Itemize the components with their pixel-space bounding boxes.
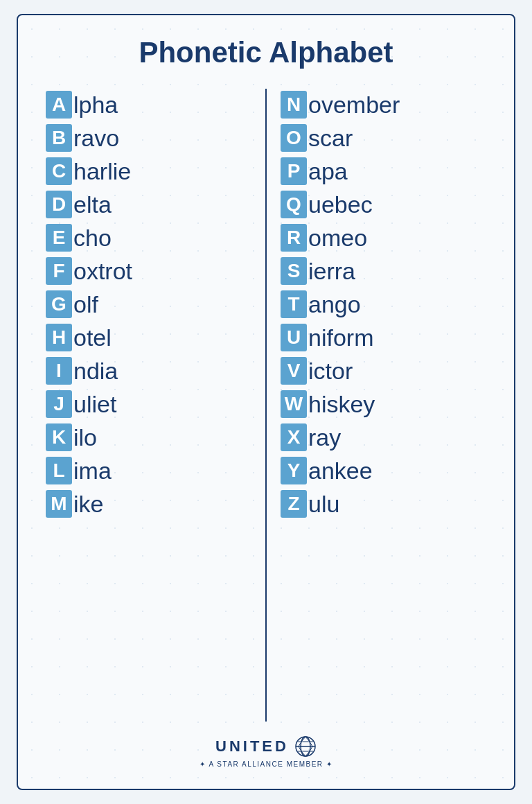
page-title: Phonetic Alphabet [139,36,393,69]
letter-badge: K [46,423,72,451]
word-rest: ictor [308,358,353,385]
word-rest: ulu [308,491,339,518]
list-item: Yankee [281,455,486,487]
letter-badge: T [281,290,307,318]
list-item: Echo [46,222,251,254]
word-rest: elta [73,191,112,218]
letter-badge: R [281,224,307,252]
letter-badge: Y [281,457,307,484]
word-rest: ilo [73,424,97,451]
word-rest: uliet [73,391,116,418]
letter-badge: N [281,91,307,119]
left-column: AlphaBravoCharlieDeltaEchoFoxtrotGolfHot… [46,89,251,722]
word-rest: ima [73,457,112,484]
letter-badge: Q [281,191,307,218]
word-rest: apa [308,158,348,185]
footer: UNITED ✦ A STAR ALLIANCE MEMBER ✦ [200,735,332,768]
list-item: Whiskey [281,388,486,420]
word-rest: otel [73,324,112,351]
letter-badge: G [46,290,72,318]
letter-badge: P [281,157,307,185]
word-rest: ray [308,424,341,451]
letter-badge: C [46,157,72,185]
word-rest: scar [308,125,353,152]
word-rest: niform [308,324,373,351]
letter-badge: E [46,224,72,252]
list-item: Lima [46,455,251,487]
list-item: Victor [281,355,486,387]
list-item: Zulu [281,488,486,520]
letter-badge: D [46,191,72,218]
list-item: Mike [46,488,251,520]
word-rest: ango [308,291,361,318]
letter-badge: O [281,124,307,152]
word-rest: oxtrot [73,258,132,285]
word-rest: lpha [73,91,118,119]
list-item: November [281,89,486,121]
list-item: Kilo [46,421,251,453]
letter-badge: H [46,324,72,351]
list-item: Papa [281,155,486,187]
star-alliance-text: ✦ A STAR ALLIANCE MEMBER ✦ [200,760,332,768]
list-item: Tango [281,288,486,320]
letter-badge: J [46,390,72,418]
list-item: Charlie [46,155,251,187]
list-item: Juliet [46,388,251,420]
letter-badge: W [281,390,307,418]
letter-badge: A [46,91,72,119]
card: Phonetic Alphabet AlphaBravoCharlieDelta… [17,14,515,790]
word-rest: uebec [308,191,373,218]
list-item: Delta [46,189,251,220]
list-item: Hotel [46,322,251,353]
column-divider [265,89,267,722]
globe-icon [294,735,317,758]
list-item: Xray [281,421,486,453]
letter-badge: X [281,423,307,451]
letter-badge: L [46,457,72,484]
letter-badge: B [46,124,72,152]
list-item: India [46,355,251,387]
list-item: Foxtrot [46,255,251,287]
list-item: Uniform [281,322,486,353]
list-item: Oscar [281,122,486,154]
list-item: Quebec [281,189,486,220]
list-item: Sierra [281,255,486,287]
letter-badge: V [281,357,307,385]
word-rest: omeo [308,225,367,252]
word-rest: hiskey [308,391,375,418]
list-item: Bravo [46,122,251,154]
list-item: Romeo [281,222,486,254]
word-rest: ierra [308,258,355,285]
letter-badge: I [46,357,72,385]
word-rest: ike [73,491,103,518]
alphabet-grid: AlphaBravoCharlieDeltaEchoFoxtrotGolfHot… [46,89,486,722]
letter-badge: Z [281,490,307,518]
right-column: NovemberOscarPapaQuebecRomeoSierraTangoU… [281,89,486,722]
word-rest: ovember [308,91,400,119]
list-item: Golf [46,288,251,320]
letter-badge: U [281,324,307,351]
word-rest: harlie [73,158,131,185]
united-logo: UNITED [215,735,317,758]
letter-badge: F [46,257,72,285]
letter-badge: S [281,257,307,285]
word-rest: ankee [308,457,373,484]
word-rest: cho [73,225,112,252]
word-rest: ravo [73,125,119,152]
brand-name: UNITED [215,737,289,755]
letter-badge: M [46,490,72,518]
word-rest: olf [73,291,98,318]
list-item: Alpha [46,89,251,121]
word-rest: ndia [73,358,118,385]
